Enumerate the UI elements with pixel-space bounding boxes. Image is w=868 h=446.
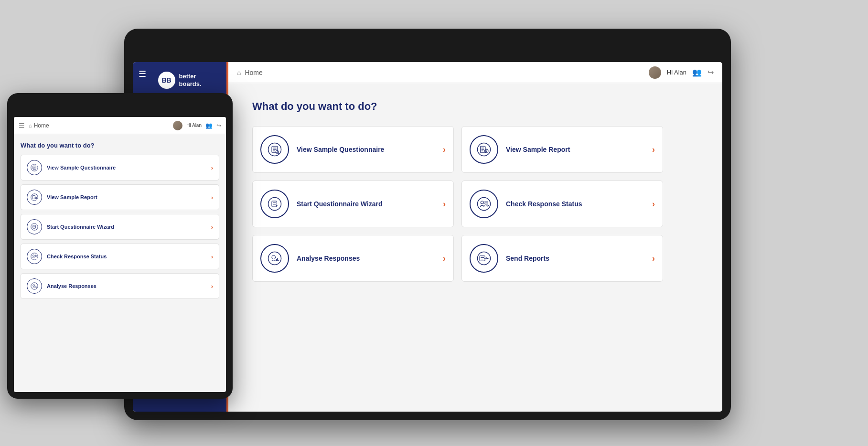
card-label-wizard: Start Questionnaire Wizard	[297, 200, 435, 208]
card-label-report: View Sample Report	[506, 146, 644, 153]
status-icon	[470, 190, 498, 218]
front-topbar-right: Hi Alan 👥 ↪	[173, 121, 221, 130]
tablet-front: ☰ ⌂ Home Hi Alan 👥 ↪ What do you want to…	[7, 93, 233, 399]
card-arrow-analyse: ›	[443, 254, 446, 264]
front-card-label-wizard: Start Questionnaire Wizard	[47, 224, 206, 230]
card-start-questionnaire-wizard[interactable]: Start Questionnaire Wizard ›	[252, 181, 454, 227]
report-icon	[470, 135, 498, 164]
svg-rect-27	[277, 258, 278, 261]
svg-point-5	[276, 150, 279, 153]
front-users-icon[interactable]: 👥	[205, 122, 213, 129]
front-hamburger-icon[interactable]: ☰	[19, 122, 25, 129]
main-content: ⌂ Home Hi Alan 👥 ↪ What do you want to d…	[228, 62, 722, 412]
page-heading: What do you want to do?	[252, 100, 698, 113]
front-greeting: Hi Alan	[186, 123, 202, 128]
logo-text: betterboards.	[179, 73, 202, 87]
svg-point-39	[31, 194, 38, 201]
svg-point-47	[31, 253, 38, 260]
front-card-analyse-responses[interactable]: Analyse Responses ›	[21, 273, 219, 299]
avatar	[649, 66, 661, 79]
front-card-view-sample-report[interactable]: View Sample Report ›	[21, 184, 219, 210]
svg-point-24	[268, 252, 281, 265]
front-card-label-questionnaire: View Sample Questionnaire	[47, 165, 206, 170]
card-analyse-responses[interactable]: Analyse Responses ›	[252, 235, 454, 282]
svg-rect-49	[35, 255, 37, 255]
topbar: ⌂ Home Hi Alan 👥 ↪	[228, 62, 722, 83]
svg-rect-16	[272, 201, 277, 207]
front-report-icon	[27, 190, 42, 205]
front-card-label-analyse: Analyse Responses	[47, 283, 206, 289]
card-view-sample-questionnaire[interactable]: View Sample Questionnaire ›	[252, 126, 454, 173]
front-card-arrow-analyse: ›	[211, 283, 213, 290]
card-arrow-questionnaire: ›	[443, 145, 446, 155]
svg-point-48	[32, 255, 34, 256]
front-status-icon	[27, 249, 42, 264]
svg-point-13	[486, 150, 487, 152]
home-icon: ⌂	[237, 69, 241, 76]
front-card-view-sample-questionnaire[interactable]: View Sample Questionnaire ›	[21, 155, 219, 181]
logo-abbrev: BB	[161, 76, 171, 84]
svg-rect-53	[35, 287, 36, 287]
front-home-icon: ⌂	[29, 123, 32, 128]
front-topbar-title: Home	[34, 122, 173, 129]
card-arrow-send: ›	[652, 254, 655, 264]
card-label-send: Send Reports	[506, 255, 644, 262]
front-card-arrow-status: ›	[211, 253, 213, 260]
front-card-check-response-status[interactable]: Check Response Status ›	[21, 244, 219, 269]
front-card-label-report: View Sample Report	[47, 194, 206, 200]
tablet-front-screen: ☰ ⌂ Home Hi Alan 👥 ↪ What do you want to…	[14, 117, 226, 392]
front-card-arrow-report: ›	[211, 194, 213, 201]
logo-icon: BB	[158, 72, 175, 89]
card-label-questionnaire: View Sample Questionnaire	[297, 146, 435, 153]
front-analyse-icon	[27, 278, 42, 294]
front-card-start-questionnaire-wizard[interactable]: Start Questionnaire Wizard ›	[21, 214, 219, 240]
wizard-icon	[260, 190, 289, 218]
card-label-analyse: Analyse Responses	[297, 255, 435, 262]
sidebar-logo: BB betterboards.	[158, 72, 202, 89]
cards-grid: View Sample Questionnaire ›	[252, 126, 663, 282]
front-cards: View Sample Questionnaire ›	[21, 155, 219, 299]
svg-rect-23	[485, 205, 487, 206]
front-card-arrow-questionnaire: ›	[211, 164, 213, 171]
page-body: What do you want to do?	[228, 83, 722, 412]
svg-point-25	[272, 255, 276, 259]
card-view-sample-report[interactable]: View Sample Report ›	[461, 126, 663, 173]
front-logout-icon[interactable]: ↪	[216, 122, 221, 129]
front-avatar	[173, 121, 182, 130]
topbar-right: Hi Alan 👥 ↪	[649, 66, 714, 79]
questionnaire-icon	[260, 135, 289, 164]
svg-rect-21	[485, 202, 488, 202]
topbar-title: Home	[245, 69, 648, 76]
svg-rect-54	[36, 286, 36, 288]
front-questionnaire-icon	[27, 160, 42, 175]
card-arrow-report: ›	[652, 145, 655, 155]
svg-rect-50	[35, 256, 37, 256]
card-arrow-wizard: ›	[443, 199, 446, 209]
front-wizard-icon	[27, 219, 42, 234]
svg-point-15	[268, 198, 281, 211]
sidebar-hamburger-icon[interactable]: ☰	[139, 69, 146, 79]
svg-rect-28	[279, 260, 279, 261]
svg-point-19	[478, 198, 491, 211]
svg-rect-26	[276, 259, 277, 262]
send-icon	[470, 244, 498, 273]
card-check-response-status[interactable]: Check Response Status ›	[461, 181, 663, 227]
scene: ☰ BB betterboards. Client Logo ted Compa…	[0, 0, 868, 446]
front-card-arrow-wizard: ›	[211, 223, 213, 231]
card-send-reports[interactable]: Send Reports ›	[461, 235, 663, 282]
svg-rect-22	[485, 203, 488, 204]
svg-point-52	[33, 285, 35, 287]
card-arrow-status: ›	[652, 199, 655, 209]
svg-point-42	[35, 198, 36, 199]
svg-point-20	[481, 201, 483, 204]
front-heading: What do you want to do?	[21, 142, 219, 149]
svg-line-6	[279, 153, 279, 154]
card-label-status: Check Response Status	[506, 200, 644, 208]
greeting-text: Hi Alan	[667, 69, 686, 76]
front-card-label-status: Check Response Status	[47, 254, 206, 259]
analyse-icon	[260, 244, 289, 273]
logout-icon[interactable]: ↪	[707, 68, 714, 77]
svg-rect-55	[36, 287, 37, 288]
users-icon[interactable]: 👥	[692, 68, 702, 77]
front-topbar: ☰ ⌂ Home Hi Alan 👥 ↪	[14, 117, 226, 134]
